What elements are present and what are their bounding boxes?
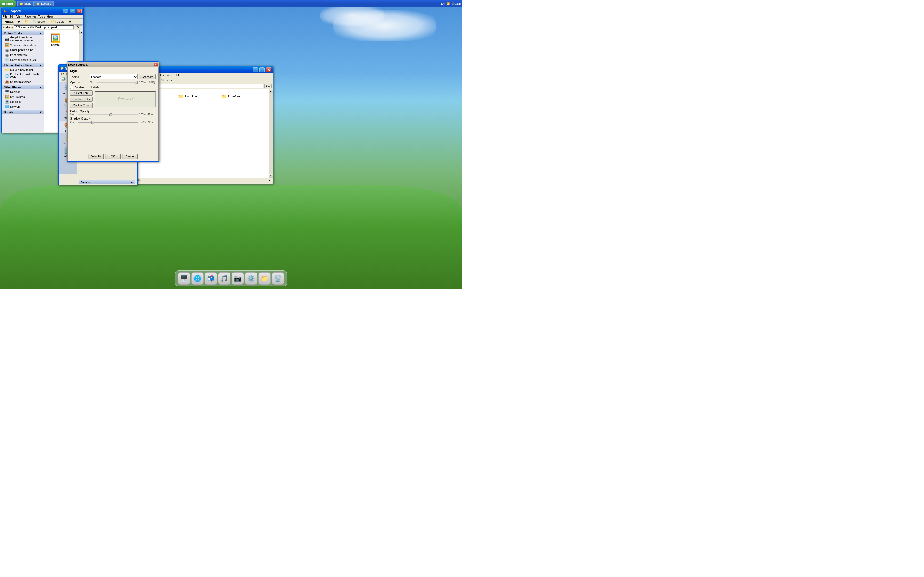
sidebar-item-slideshow[interactable]: 🖼️ View as a slide show [2,42,44,47]
shadow-opacity-slider[interactable] [78,122,138,122]
second-scroll-down[interactable]: ▼ [269,174,273,178]
menu-help[interactable]: Help [47,15,53,18]
folder-protosea[interactable]: 📁 ProtoSea [220,93,262,100]
second-menu-tools[interactable]: Tools [166,74,173,77]
folder-protojron[interactable]: 📁 ProtoJron [177,93,218,100]
sidebar-item-desktop[interactable]: 🖥️ Desktop [2,89,44,94]
dock-item-finder[interactable]: 🖥️ [178,272,190,285]
ok-button[interactable]: OK [105,153,121,159]
picture-tasks-label: Picture Tasks [4,32,22,35]
dock-settings-close-button[interactable]: ✕ [153,63,158,66]
second-scroll-track[interactable] [269,93,273,174]
sidebar-item-print[interactable]: 🖨️ Print pictures [2,52,44,57]
leopard-icon: 📁 [36,2,40,5]
dock-item-itunes[interactable]: 🎵 [218,272,231,285]
leopard-toolbar: ◀ Back ▶ 📂 🔍 Search 📁 Folders ⊞ [2,19,83,25]
preview-label: Preview [118,97,132,102]
dock-settings-title: Dock Settings... [68,63,153,66]
network-tray-icon: 📶 [446,2,450,6]
opacity-slider-thumb[interactable] [134,81,138,84]
sidebar-item-get-pictures[interactable]: 📷 Get pictures from camera or scanner [2,35,44,42]
dock-settings-buttons: Defaults OK Cancel [68,152,158,161]
opacity-slider[interactable] [97,82,138,83]
sidebar-item-publish[interactable]: 🌐 Publish this folder to the Web [2,72,44,79]
skins-menu-file[interactable]: File [60,73,64,76]
shadow-min-label: 0% [70,121,77,123]
forward-button[interactable]: ▶ [16,19,22,24]
details-label: Details [4,111,13,114]
theme-select[interactable]: Leopard [90,74,138,79]
search-button[interactable]: 🔍 Search [31,19,48,24]
sidebar-item-order-prints[interactable]: 🖨️ Order prints online [2,47,44,52]
menu-edit[interactable]: Edit [10,15,15,18]
outline-opacity-slider[interactable] [78,114,138,115]
second-explorer-details: Details ▼ [129,178,273,182]
dock-item-photos[interactable]: 📷 [231,272,244,285]
second-scroll-up[interactable]: ▲ [269,89,273,93]
second-explorer-minimize[interactable]: _ [253,68,258,72]
outline-opacity-section: Outline Opacity 0% 100% (55%) [70,110,156,116]
skins-icon: 📁 [19,2,23,5]
picture-tasks-header[interactable]: Picture Tasks ▲ [2,31,44,35]
my-pictures-icon: 🖼️ [5,95,9,99]
file-item-indicator[interactable]: 🖼️ Indicator [47,32,65,47]
leopard-maximize-button[interactable]: □ [70,9,75,13]
dock-item-files[interactable]: 📁 [258,272,271,285]
taskbar-win-skins[interactable]: 📁 Skins [17,1,34,6]
disable-labels-checkbox[interactable] [70,85,73,89]
second-menu-help[interactable]: Help [174,74,181,77]
leopard-close-button[interactable]: ✕ [77,9,82,13]
shadow-opacity-thumb[interactable] [91,121,94,124]
desktop-label: Desktop [10,90,20,93]
get-more-button[interactable]: Get More [139,74,156,79]
second-search-button[interactable]: 🔍 Search [159,78,176,83]
skins-back-icon: 🔙 [61,77,65,81]
file-folder-tasks-header[interactable]: File and Folder Tasks ▲ [2,63,44,67]
new-folder-label: Make a new folder [10,68,33,71]
second-go-button[interactable]: Go [264,84,272,88]
go-button[interactable]: Go [75,25,82,29]
cancel-button[interactable]: Cancel [122,153,138,159]
dock-item-safari[interactable]: 🌐 [191,272,204,285]
dock-item-trash[interactable]: 🗑️ [272,272,284,285]
outline-color-button[interactable]: Outline Color [70,103,92,108]
select-font-button[interactable]: Select Font [70,90,92,95]
menu-tools[interactable]: Tools [39,15,45,18]
details-header[interactable]: Details ▼ [2,110,44,114]
shadow-opacity-section: Shadow Opacity 0% 100% (25%) [70,117,156,123]
menu-file[interactable]: File [3,15,8,18]
shadow-color-button[interactable]: Shadow Color [70,97,92,102]
leopard-minimize-button[interactable]: _ [63,9,68,13]
dock-item-settings[interactable]: ⚙️ [245,272,257,285]
address-input[interactable] [14,25,74,29]
up-icon: 📂 [25,20,28,23]
up-button[interactable]: 📂 [23,19,30,24]
sidebar-item-share[interactable]: 📤 Share this folder [2,79,44,84]
scroll-up-button[interactable]: ▲ [79,30,83,34]
second-explorer-maximize[interactable]: □ [259,68,265,72]
second-explorer-close[interactable]: ✕ [266,68,271,72]
dock-settings-section-title: Style [68,68,158,73]
folders-button[interactable]: 📁 Folders [49,19,66,24]
views-button[interactable]: ⊞ [67,19,73,24]
menu-view[interactable]: View [16,15,23,18]
sidebar-item-network[interactable]: 🌐 Network [2,104,44,109]
start-button[interactable]: ⊞ start [0,0,16,7]
order-prints-label: Order prints online [10,48,34,52]
menu-favorites[interactable]: Favorites [24,15,36,18]
shadow-max-label: 100% [139,121,146,123]
sidebar-item-copy-cd[interactable]: 💿 Copy all items to CD [2,57,44,62]
dock-settings-titlebar: Dock Settings... ✕ [67,62,159,68]
taskbar-win-leopard[interactable]: 📁 Leopard [34,1,53,6]
other-places-header[interactable]: Other Places ▲ [2,85,44,89]
sidebar-item-new-folder[interactable]: 📁 Make a new folder [2,67,44,72]
dock-item-mail[interactable]: 📬 [205,272,217,285]
file-folder-tasks-label: File and Folder Tasks [4,64,33,67]
second-explorer-scrollbar[interactable]: ▲ ▼ [269,89,273,178]
defaults-button[interactable]: Defaults [88,153,103,159]
outline-opacity-thumb[interactable] [109,113,112,116]
sidebar-item-my-pictures[interactable]: 🖼️ My Pictures [2,94,44,99]
sidebar-item-computer[interactable]: 💻 Computer [2,99,44,104]
second-address-input[interactable] [142,84,263,88]
back-button[interactable]: ◀ Back [3,19,15,24]
